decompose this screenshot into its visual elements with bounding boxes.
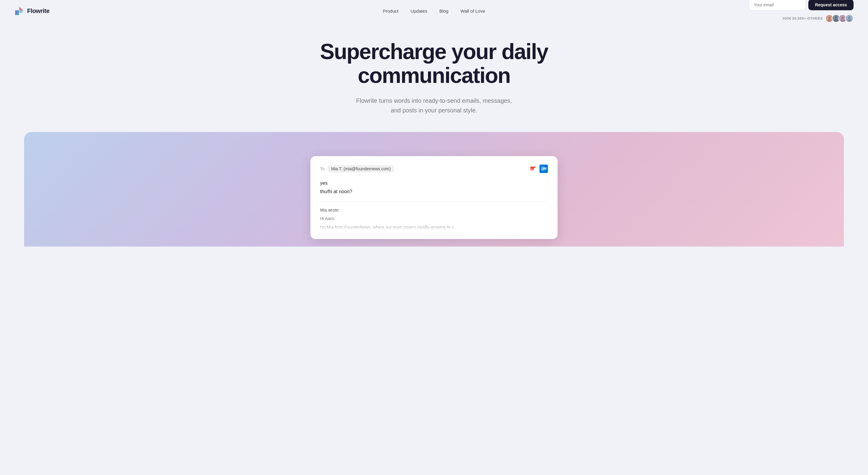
demo-area: To Mia T. (mia@foundernews.com) M bbox=[24, 132, 844, 247]
email-input[interactable] bbox=[749, 0, 806, 10]
logo-link[interactable]: Flowrite bbox=[14, 6, 50, 16]
outlook-icon bbox=[539, 164, 548, 173]
logo-text: Flowrite bbox=[27, 7, 50, 14]
nav-right: Request access JOIN 20,000+ OTHERS bbox=[749, 0, 854, 23]
nav-link-updates[interactable]: Updates bbox=[410, 8, 427, 13]
svg-point-22 bbox=[542, 168, 544, 169]
email-card: To Mia T. (mia@foundernews.com) M bbox=[310, 156, 558, 239]
svg-point-7 bbox=[835, 16, 838, 19]
email-to-label: To bbox=[320, 166, 324, 171]
avatar bbox=[845, 14, 854, 23]
nav-links: Product Updates Blog Wall of Love bbox=[383, 8, 485, 13]
request-access-button[interactable]: Request access bbox=[808, 0, 854, 10]
gmail-icon: M bbox=[529, 164, 537, 173]
email-to-left: To Mia T. (mia@foundernews.com) bbox=[320, 165, 394, 172]
svg-point-5 bbox=[827, 19, 832, 22]
nav-link-blog[interactable]: Blog bbox=[439, 8, 448, 13]
logo-icon bbox=[14, 6, 24, 16]
svg-rect-20 bbox=[544, 169, 547, 170]
navbar: Flowrite Product Updates Blog Wall of Lo… bbox=[0, 0, 868, 22]
email-to-row: To Mia T. (mia@foundernews.com) M bbox=[320, 164, 548, 173]
hero-section: Supercharge your daily communication Flo… bbox=[0, 22, 868, 115]
svg-rect-0 bbox=[15, 10, 19, 15]
hero-title: Supercharge your daily communication bbox=[299, 40, 569, 87]
email-body: yes thu/fri at noon? bbox=[320, 179, 548, 195]
svg-point-13 bbox=[848, 16, 851, 19]
email-quoted: Mia wrote: Hi Aaro, I'm Mia from Founder… bbox=[320, 207, 548, 230]
svg-point-4 bbox=[828, 16, 831, 19]
email-to-chip: Mia T. (mia@foundernews.com) bbox=[328, 165, 395, 172]
svg-point-14 bbox=[847, 19, 851, 22]
svg-marker-1 bbox=[19, 7, 23, 10]
nav-link-product[interactable]: Product bbox=[383, 8, 398, 13]
svg-point-11 bbox=[841, 19, 845, 22]
svg-rect-2 bbox=[19, 10, 23, 13]
avatar-group bbox=[825, 14, 854, 23]
join-count-text: JOIN 20,000+ OTHERS bbox=[782, 17, 823, 20]
svg-text:M: M bbox=[530, 166, 534, 171]
nav-link-walloflove[interactable]: Wall of Love bbox=[461, 8, 485, 13]
email-quoted-header: Mia wrote: bbox=[320, 207, 548, 213]
svg-point-8 bbox=[834, 19, 838, 22]
svg-point-10 bbox=[841, 16, 844, 19]
email-quoted-body: Hi Aaro, I'm Mia from FounderNews, where… bbox=[320, 215, 548, 230]
hero-subtitle: Flowrite turns words into ready-to-send … bbox=[355, 96, 513, 115]
svg-rect-19 bbox=[544, 167, 547, 168]
email-app-icons: M bbox=[529, 164, 548, 173]
